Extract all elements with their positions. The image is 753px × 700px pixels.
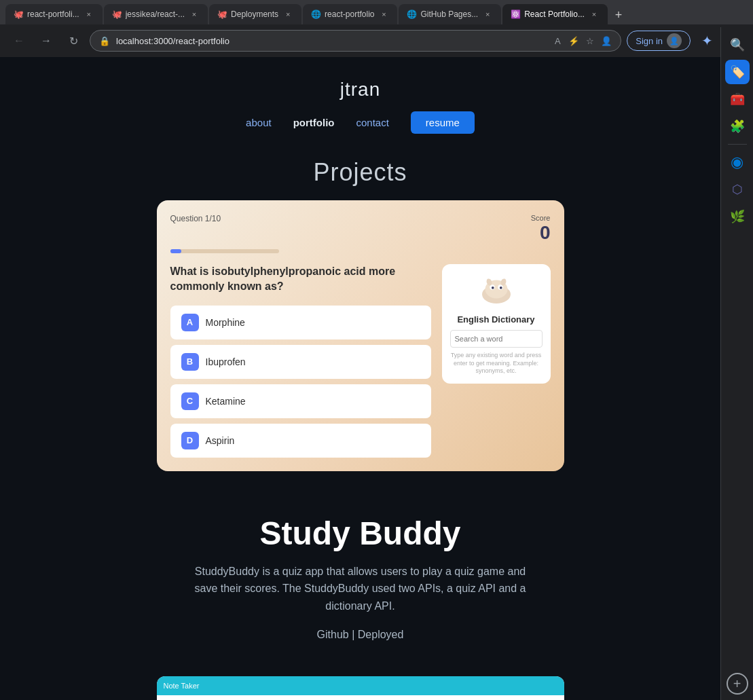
sidebar-right: 🔍 🏷️ 🧰 🧩 ◉ ⬡ 🌿 + [720, 27, 753, 700]
option-text-d: Aspirin [206, 435, 235, 446]
score-value: 0 [531, 222, 551, 244]
tab-3[interactable]: 🐙 Deployments × [209, 4, 301, 24]
sidebar-divider [728, 144, 747, 145]
tab-2-close[interactable]: × [189, 9, 200, 20]
note-taker-body: Note Taker 📝 [157, 695, 564, 700]
tab-3-favicon: 🐙 [217, 10, 227, 19]
lock-icon: 🔒 [98, 35, 111, 47]
quiz-option-a[interactable]: A Morphine [170, 306, 431, 339]
sidebar-puzzle-icon[interactable]: 🧩 [725, 114, 750, 139]
tab-5-close[interactable]: × [482, 9, 493, 20]
dictionary-search-input[interactable] [450, 330, 543, 348]
translate-icon[interactable]: A [551, 35, 564, 47]
dictionary-card: English Dictionary Type any existing wor… [442, 264, 551, 384]
forward-button[interactable]: → [35, 30, 57, 52]
sidebar-outlook-icon[interactable]: ◉ [725, 150, 750, 174]
star-icon[interactable]: ☆ [584, 35, 596, 47]
profile-icon[interactable]: 👤 [600, 35, 612, 47]
sign-in-label: Sign in [636, 36, 663, 46]
score-label: Score [531, 214, 551, 222]
note-taker-preview: Note Taker Note Taker 📝 [157, 676, 564, 700]
quiz-header: Question 1/10 Score 0 [170, 214, 551, 244]
quiz-option-c[interactable]: C Ketamine [170, 384, 431, 418]
study-buddy-description: StuddyBuddy is a quiz app that allows us… [184, 563, 537, 615]
tab-6-active[interactable]: ⚛️ React Portfolio... × [502, 4, 608, 24]
quiz-options: A Morphine B Ibuprofen C Ketamine D [170, 306, 431, 458]
question-label: Question 1/10 [170, 214, 221, 244]
sidebar-toolbox-icon[interactable]: 🧰 [725, 87, 750, 111]
quiz-progress-bar [170, 249, 279, 253]
option-letter-b: B [181, 353, 199, 371]
nav-about[interactable]: about [246, 117, 272, 128]
tab-4[interactable]: 🌐 react-portfolio × [303, 4, 397, 24]
page-content: jtran about portfolio contact resume Pro… [0, 57, 720, 700]
tab-5[interactable]: 🌐 GitHub Pages... × [399, 4, 501, 24]
option-letter-c: C [181, 392, 199, 410]
quiz-option-b[interactable]: B Ibuprofen [170, 345, 431, 379]
reload-button[interactable]: ↻ [62, 30, 84, 52]
extension-icon[interactable]: ⚡ [568, 35, 580, 47]
sign-in-button[interactable]: Sign in 👤 [627, 31, 691, 51]
project-links: Github | Deployed [41, 629, 680, 641]
address-bar-row: ← → ↻ 🔒 localhost:3000/react-portfolio A… [0, 24, 753, 57]
url-text: localhost:3000/react-portfolio [116, 36, 546, 46]
tab-4-favicon: 🌐 [311, 10, 320, 19]
copilot-button[interactable]: ✦ [696, 30, 718, 52]
quiz-progress-fill [170, 249, 181, 253]
svg-point-5 [499, 287, 502, 289]
browser-chrome: 🐙 react-portfoli... × 🐙 jessikea/react-.… [0, 0, 753, 57]
resume-button[interactable]: resume [411, 111, 475, 134]
option-letter-a: A [181, 314, 199, 331]
nav-portfolio[interactable]: portfolio [293, 117, 335, 128]
dict-creature-svg [476, 272, 517, 306]
address-bar[interactable]: 🔒 localhost:3000/react-portfolio A ⚡ ☆ 👤 [90, 30, 621, 52]
tab-2-favicon: 🐙 [112, 10, 122, 19]
option-text-c: Ketamine [206, 396, 246, 407]
back-button[interactable]: ← [8, 30, 30, 52]
deployed-link[interactable]: Deployed [358, 629, 404, 640]
address-bar-icons: A ⚡ ☆ 👤 [551, 35, 612, 47]
tabs-bar: 🐙 react-portfoli... × 🐙 jessikea/react-.… [0, 0, 753, 24]
quiz-option-d[interactable]: D Aspirin [170, 424, 431, 458]
link-separator: | [352, 629, 354, 640]
option-text-b: Ibuprofen [206, 356, 246, 367]
study-buddy-name: Study Buddy [41, 515, 680, 552]
tab-1-label: react-portfoli... [27, 10, 79, 19]
quiz-content: What is isobutylphenylpropanoic acid mor… [170, 264, 551, 458]
sidebar-tree-icon[interactable]: 🌿 [725, 204, 750, 229]
tab-4-label: react-portfolio [325, 10, 374, 19]
study-buddy-info: Study Buddy StuddyBuddy is a quiz app th… [0, 493, 720, 655]
option-letter-d: D [181, 432, 199, 449]
sidebar-search-icon[interactable]: 🔍 [725, 33, 750, 57]
tab-1[interactable]: 🐙 react-portfoli... × [5, 4, 103, 24]
quiz-left: What is isobutylphenylpropanoic acid mor… [170, 264, 431, 458]
dictionary-hint: Type any existing word and press enter t… [450, 352, 543, 375]
sidebar-add-button[interactable]: + [727, 673, 748, 695]
note-taker-topbar-label: Note Taker [164, 682, 200, 690]
sidebar-teams-icon[interactable]: ⬡ [725, 177, 750, 202]
site-header: jtran about portfolio contact resume [0, 57, 720, 147]
tab-1-close[interactable]: × [84, 9, 94, 20]
projects-title: Projects [0, 158, 720, 187]
tab-1-favicon: 🐙 [14, 10, 23, 19]
site-nav: about portfolio contact resume [0, 111, 720, 134]
github-link[interactable]: Github [317, 629, 349, 640]
new-tab-button[interactable]: + [609, 5, 628, 24]
score-block: Score 0 [531, 214, 551, 244]
site-name: jtran [0, 79, 720, 100]
tab-5-label: GitHub Pages... [420, 10, 478, 19]
nav-contact[interactable]: contact [356, 117, 388, 128]
dictionary-title: English Dictionary [450, 314, 543, 325]
tab-6-label: React Portfolio... [524, 10, 585, 19]
svg-point-4 [491, 287, 494, 289]
sidebar-tag-icon[interactable]: 🏷️ [725, 60, 750, 84]
tab-4-close[interactable]: × [378, 9, 389, 20]
tab-3-label: Deployments [231, 10, 278, 19]
tab-2-label: jessikea/react-... [126, 10, 185, 19]
projects-section: Projects Question 1/10 Score 0 What is i… [0, 147, 720, 493]
tab-6-close[interactable]: × [589, 9, 600, 20]
tab-3-close[interactable]: × [282, 9, 293, 20]
note-taker-topbar: Note Taker [157, 676, 564, 695]
tab-2[interactable]: 🐙 jessikea/react-... × [104, 4, 208, 24]
option-text-a: Morphine [206, 317, 245, 328]
